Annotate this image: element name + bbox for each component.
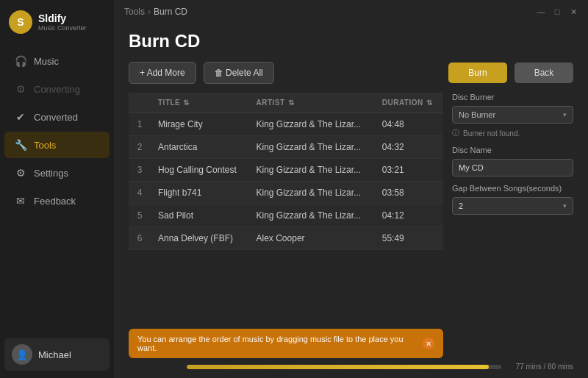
cell-num: 3 [129,159,151,182]
close-button[interactable]: ✕ [569,7,578,16]
content-area: TITLE ⇅ ARTIST ⇅ [129,93,573,323]
sidebar-item-converted[interactable]: ✔ Converted [4,104,110,130]
sidebar-item-settings[interactable]: ⚙ Settings [4,160,110,186]
cell-title: Hog Calling Contest [151,159,249,182]
burn-button[interactable]: Burn [448,63,507,83]
feedback-icon: ✉ [15,195,26,207]
cell-num: 5 [129,204,151,227]
logo-title: Sldify [38,13,87,24]
info-banner-text: You can arrange the order of music by dr… [137,335,423,352]
cell-artist: King Gizzard & The Lizar... [249,159,375,182]
disc-name-section: Disc Name [452,146,573,176]
disc-burner-select[interactable]: No Burner ▾ [452,106,573,124]
sidebar-item-converting: ⚙ Converting [4,76,110,102]
duration-filter-icon: ⇅ [426,99,433,107]
sidebar-item-music-label: Music [34,56,59,67]
table-row[interactable]: 2 Antarctica King Gizzard & The Lizar...… [129,136,443,159]
cell-title: Flight b741 [151,182,249,204]
burner-warning: ⓘ Burner not found. [452,128,573,138]
breadcrumb-current: Burn CD [154,7,187,17]
toolbar: + Add More 🗑 Delete All Burn Back [129,62,573,84]
cell-duration: 04:12 [375,204,443,227]
breadcrumb-parent: Tools [124,7,145,17]
table-row[interactable]: 6 Anna Delvey (FBF) Alex Cooper 55:49 [129,227,443,250]
bottom-section: You can arrange the order of music by dr… [129,323,573,378]
music-icon: 🎧 [15,55,26,67]
user-profile[interactable]: 👤 Michael [4,338,110,371]
sidebar-item-music[interactable]: 🎧 Music [4,48,110,74]
cell-duration: 03:58 [375,182,443,204]
cell-artist: King Gizzard & The Lizar... [249,136,375,159]
progress-bar-wrap [187,365,501,369]
col-title[interactable]: TITLE ⇅ [151,93,249,113]
warning-icon: ⓘ [452,128,459,138]
maximize-button[interactable]: □ [553,7,562,16]
sidebar-item-feedback-label: Feedback [34,196,76,207]
gap-section: Gap Between Songs(seconds) 2 ▾ [452,184,573,215]
titlebar: Tools › Burn CD — □ ✕ [114,0,588,24]
table-row[interactable]: 5 Sad Pilot King Gizzard & The Lizar... … [129,204,443,227]
sidebar-item-tools[interactable]: 🔧 Tools [4,132,110,158]
disc-burner-section: Disc Burner No Burner ▾ ⓘ Burner not fou… [452,93,573,138]
sidebar: S Sldify Music Converter 🎧 Music ⚙ Conve… [0,0,114,378]
sidebar-item-tools-label: Tools [34,140,56,151]
page-content: Burn CD + Add More 🗑 Delete All Burn Bac… [114,24,588,378]
window-controls: — □ ✕ [537,7,578,16]
app-logo: S Sldify Music Converter [0,0,114,44]
disc-name-input[interactable] [452,159,573,176]
artist-filter-icon: ⇅ [288,99,295,107]
disc-name-label: Disc Name [452,146,573,154]
side-panel: Disc Burner No Burner ▾ ⓘ Burner not fou… [452,93,573,323]
converted-icon: ✔ [15,111,26,123]
progress-label: 77 mins / 80 mins [507,363,573,371]
tracks-body: 1 Mirage City King Gizzard & The Lizar..… [129,113,443,250]
cell-num: 4 [129,182,151,204]
cell-title: Mirage City [151,113,249,136]
tools-icon: 🔧 [15,139,26,151]
sidebar-item-converted-label: Converted [34,112,78,123]
cell-title: Antarctica [151,136,249,159]
sidebar-footer: 👤 Michael [0,331,114,378]
burner-chevron-icon: ▾ [563,111,567,118]
converting-icon: ⚙ [15,83,26,95]
cell-num: 6 [129,227,151,250]
logo-icon: S [9,10,32,34]
col-duration[interactable]: DURATION ⇅ [375,93,443,113]
table-row[interactable]: 3 Hog Calling Contest King Gizzard & The… [129,159,443,182]
sidebar-item-settings-label: Settings [34,168,68,179]
logo-subtitle: Music Converter [38,24,87,32]
tracks-table: TITLE ⇅ ARTIST ⇅ [129,93,443,250]
table-header-row: TITLE ⇅ ARTIST ⇅ [129,93,443,113]
cell-artist: King Gizzard & The Lizar... [249,204,375,227]
minimize-button[interactable]: — [537,7,545,16]
cell-num: 2 [129,136,151,159]
gap-select[interactable]: 2 ▾ [452,197,573,215]
cell-num: 1 [129,113,151,136]
cell-artist: King Gizzard & The Lizar... [249,113,375,136]
avatar: 👤 [12,344,32,365]
info-banner: You can arrange the order of music by dr… [129,329,443,358]
tracks-table-wrap: TITLE ⇅ ARTIST ⇅ [129,93,443,323]
progress-bar-fill [187,365,489,369]
add-more-button[interactable]: + Add More [129,62,196,84]
info-banner-close-button[interactable]: ✕ [423,338,434,349]
cell-duration: 04:48 [375,113,443,136]
gap-label: Gap Between Songs(seconds) [452,184,573,193]
page-title: Burn CD [129,31,573,51]
cell-title: Anna Delvey (FBF) [151,227,249,250]
main-content: Tools › Burn CD — □ ✕ Burn CD + Add More… [114,0,588,378]
cell-artist: King Gizzard & The Lizar... [249,182,375,204]
settings-icon: ⚙ [15,167,26,179]
progress-row: 77 mins / 80 mins [129,363,573,374]
gap-chevron-icon: ▾ [563,202,567,210]
disc-burner-label: Disc Burner [452,93,573,101]
back-button[interactable]: Back [514,63,573,83]
table-row[interactable]: 1 Mirage City King Gizzard & The Lizar..… [129,113,443,136]
col-artist[interactable]: ARTIST ⇅ [249,93,375,113]
delete-all-button[interactable]: 🗑 Delete All [204,62,274,84]
user-name: Michael [38,349,71,360]
sidebar-item-converting-label: Converting [34,84,80,95]
sidebar-item-feedback[interactable]: ✉ Feedback [4,188,110,214]
table-row[interactable]: 4 Flight b741 King Gizzard & The Lizar..… [129,182,443,204]
breadcrumb: Tools › Burn CD [124,7,187,17]
